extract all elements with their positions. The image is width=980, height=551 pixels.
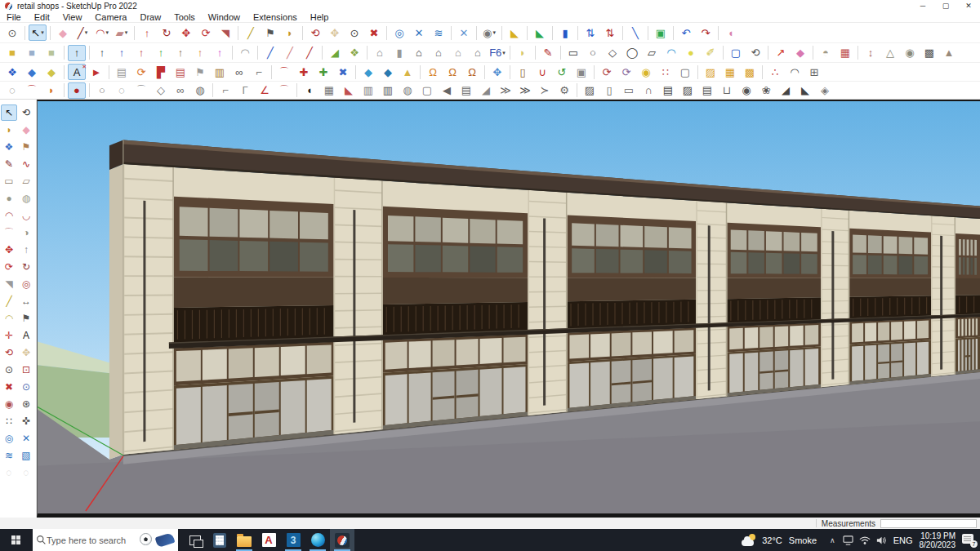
select-add-tool[interactable]: ◣ bbox=[506, 24, 523, 41]
fence-1-tool[interactable]: ▥ bbox=[359, 82, 377, 99]
scale-tool[interactable]: ◥ bbox=[216, 24, 234, 41]
rotate-tool[interactable]: ⟳ bbox=[197, 24, 215, 41]
section-fill-side[interactable]: ▧ bbox=[18, 447, 34, 464]
modeling-viewport[interactable] bbox=[37, 100, 980, 518]
section-plane-side[interactable]: ◎ bbox=[1, 430, 17, 447]
knot-tool[interactable]: ∞ bbox=[172, 82, 189, 99]
arc-tool[interactable]: ◠▾ bbox=[93, 24, 111, 41]
walk-tool[interactable]: ∷ bbox=[1, 413, 17, 429]
louver-1-tool[interactable]: ▤ bbox=[659, 82, 677, 99]
orbit-tool-side[interactable]: ⟲ bbox=[1, 344, 17, 361]
cluster-plus-tool[interactable]: ∷ bbox=[657, 64, 675, 80]
zoom-tool-side[interactable]: ⊙ bbox=[1, 362, 17, 378]
taskbar-app-autocad[interactable]: A bbox=[256, 529, 281, 551]
copy-tool[interactable]: ▣ bbox=[572, 64, 590, 80]
outline-circle-tool[interactable]: ○ bbox=[93, 82, 111, 99]
round-fence-tool[interactable]: ◍ bbox=[399, 82, 416, 99]
face-polygon-tool[interactable]: ◇ bbox=[604, 45, 621, 61]
dot-target-tool[interactable]: ◉ bbox=[637, 64, 655, 80]
chevron-1-tool[interactable]: ≫ bbox=[497, 82, 514, 99]
mesh-plane-tool[interactable]: ▤ bbox=[113, 64, 131, 80]
pie-tool[interactable]: ◑ bbox=[18, 224, 34, 241]
follow-me-tool-side[interactable]: ↻ bbox=[18, 259, 34, 275]
dome-red-tool[interactable]: ● bbox=[68, 82, 86, 99]
house-textured[interactable]: ⌂ bbox=[371, 45, 389, 61]
notification-center-button[interactable]: 7 bbox=[962, 534, 975, 546]
smoove-tool[interactable]: ↕ bbox=[862, 45, 880, 61]
sandbox-contours-tool[interactable]: ◓ bbox=[817, 45, 835, 61]
raise-red-tool[interactable]: ⇅ bbox=[601, 24, 619, 41]
split-tool[interactable]: ▮ bbox=[556, 24, 574, 41]
weather-widget[interactable]: 32°C Smoke bbox=[742, 534, 823, 547]
wedge-tool[interactable]: ◀ bbox=[438, 82, 456, 99]
diamond-box-tool[interactable]: ◈ bbox=[816, 82, 834, 99]
language-indicator[interactable]: ENG bbox=[893, 535, 913, 545]
account-button[interactable]: ◉▾ bbox=[480, 24, 498, 41]
grid-boxes-tool[interactable]: ⊞ bbox=[805, 64, 823, 80]
search-daily-image[interactable] bbox=[138, 531, 176, 549]
move-tool-side[interactable]: ✥ bbox=[1, 242, 17, 258]
corner-line-tool[interactable]: ⌐ bbox=[250, 64, 268, 80]
offset-tool[interactable]: ◎ bbox=[18, 276, 34, 292]
gear-ramp-tool[interactable]: ⚙ bbox=[555, 82, 573, 99]
curved-tube-tool[interactable]: ⌒ bbox=[132, 82, 150, 99]
door-panel-2[interactable]: ▭ bbox=[620, 82, 638, 99]
zoom-previous-tool[interactable]: ⊙ bbox=[18, 379, 34, 395]
curve-orange-tool[interactable]: ⟳ bbox=[132, 64, 150, 80]
select-tool-dropdown[interactable]: ▾ bbox=[41, 29, 44, 36]
terrain-smooth-tool[interactable]: ◢ bbox=[326, 45, 344, 61]
lasso-select-tool[interactable]: ⟲ bbox=[18, 104, 34, 121]
menu-item-camera[interactable]: Camera bbox=[88, 11, 133, 23]
freehand-tool-side[interactable]: ∿ bbox=[18, 156, 34, 172]
horseshoe-o-tool[interactable]: Ω bbox=[463, 64, 481, 80]
chevron-3-tool[interactable]: ≻ bbox=[536, 82, 554, 99]
select-tool[interactable]: ↖▾ bbox=[29, 24, 47, 41]
tape-measure-tool[interactable]: ╱ bbox=[242, 24, 260, 41]
rotate-tool-side[interactable]: ⟳ bbox=[1, 259, 17, 275]
horseshoe-c-tool[interactable]: Ω bbox=[424, 64, 442, 80]
trash-box-tool[interactable]: ▯ bbox=[514, 64, 532, 80]
face-freehand-tool[interactable]: ✐ bbox=[702, 45, 719, 61]
eraser-tool-side[interactable]: ◆ bbox=[18, 122, 34, 138]
scatter-points-tool[interactable]: ∴ bbox=[766, 64, 784, 80]
follow-me-tool[interactable]: ↻ bbox=[158, 24, 176, 41]
terrain-stamp-tool[interactable]: ❖ bbox=[345, 45, 363, 61]
hatch-line-red-light[interactable]: ╱ bbox=[281, 45, 299, 61]
corner-square-tool[interactable]: ▛ bbox=[152, 64, 170, 80]
push-pull-tool-side[interactable]: ↑ bbox=[18, 242, 34, 258]
corner-box-green[interactable]: ■ bbox=[42, 45, 60, 61]
section-cuts-side[interactable]: ≋ bbox=[1, 447, 17, 464]
fan-hatch-2-tool[interactable]: ◣ bbox=[796, 82, 814, 99]
shell-tool[interactable]: ◠ bbox=[236, 45, 254, 61]
stacked-panels-tool[interactable]: ▤ bbox=[457, 82, 475, 99]
line-tool[interactable]: ╱▾ bbox=[74, 24, 91, 41]
fence-2-tool[interactable]: ▥ bbox=[379, 82, 397, 99]
flatten-tool[interactable]: ▣ bbox=[652, 24, 670, 41]
f6-style-tool-dropdown[interactable]: ▾ bbox=[502, 50, 506, 56]
menu-item-window[interactable]: Window bbox=[202, 11, 247, 23]
door-panel-1[interactable]: ▯ bbox=[600, 82, 618, 99]
f6-style-tool[interactable]: F6▾ bbox=[488, 45, 506, 61]
face-arc-tool[interactable]: ◠ bbox=[662, 45, 680, 61]
house-solid[interactable]: ⌂ bbox=[410, 45, 428, 61]
fox-shape-tool[interactable]: ◗ bbox=[42, 82, 60, 99]
rotate-box-1[interactable]: ⟳ bbox=[598, 64, 616, 80]
display-tray-icon[interactable] bbox=[843, 535, 853, 545]
extrude-f-tool[interactable]: ↑ bbox=[211, 45, 229, 61]
network-tray-icon[interactable] bbox=[859, 535, 871, 545]
swirl-2-tool[interactable]: ❀ bbox=[757, 82, 775, 99]
taskbar-app-file-explorer[interactable] bbox=[232, 529, 256, 551]
outline-dot-tool[interactable]: ◌ bbox=[3, 82, 21, 99]
face-parallelogram-tool[interactable]: ▱ bbox=[643, 45, 661, 61]
recycle-tool[interactable]: ↺ bbox=[553, 64, 571, 80]
taskbar-app-3dsmax[interactable]: 3 bbox=[281, 529, 305, 551]
house-cylinder[interactable]: ▮ bbox=[390, 45, 408, 61]
minimize-button[interactable]: ─ bbox=[911, 0, 934, 11]
horseshoe-p-tool[interactable]: Ω bbox=[443, 64, 461, 80]
arc-tool-dropdown[interactable]: ▾ bbox=[105, 29, 109, 36]
start-button[interactable] bbox=[0, 529, 33, 551]
circle-tool-side[interactable]: ● bbox=[1, 190, 17, 207]
hatch-ramp-tool[interactable]: ▨ bbox=[581, 82, 599, 99]
diamond-hash-blue[interactable]: ❖ bbox=[3, 64, 21, 80]
tape-measure-side[interactable]: ╱ bbox=[1, 293, 17, 309]
